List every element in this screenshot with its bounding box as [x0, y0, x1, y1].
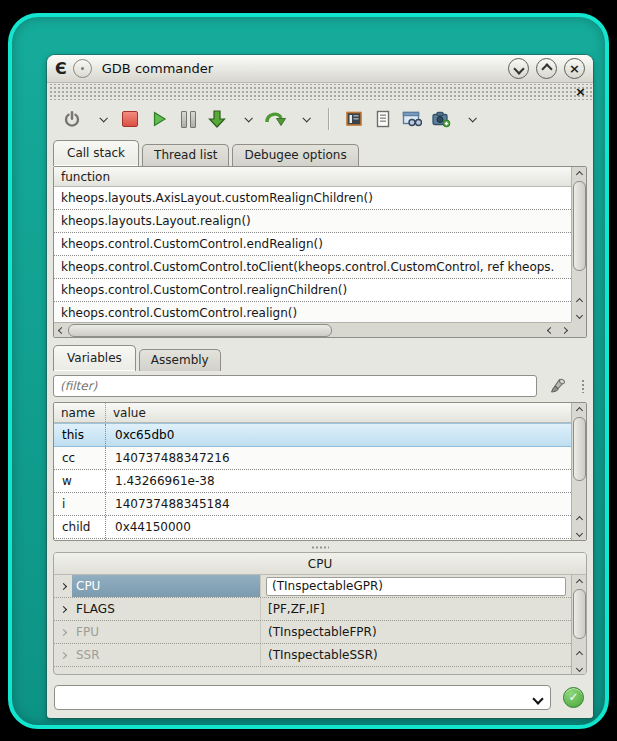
run-button[interactable]	[148, 106, 170, 132]
stack-frame-row[interactable]: kheops.control.CustomControl.realignChil…	[54, 279, 571, 302]
watch-window-icon	[402, 110, 422, 128]
dock-handle[interactable]: ×	[48, 84, 592, 100]
scroll-up-button[interactable]	[572, 167, 586, 181]
stack-frame-row[interactable]: kheops.control.CustomControl.realign()	[54, 302, 571, 322]
variable-row[interactable]: cc 140737488347216	[54, 447, 571, 470]
step-into-dropdown-button[interactable]	[235, 106, 257, 132]
column-value[interactable]: value	[106, 403, 153, 422]
cpu-group-title: CPU	[54, 553, 586, 575]
splitter-grip-icon	[311, 546, 329, 549]
scroll-up-button[interactable]	[572, 575, 586, 589]
callstack-vertical-scrollbar[interactable]	[571, 167, 586, 322]
variable-row[interactable]: b 1.43266961e-38	[54, 539, 571, 540]
snapshot-dropdown-button[interactable]	[459, 106, 481, 132]
chevron-down-icon	[302, 114, 310, 122]
column-function[interactable]: function	[54, 167, 117, 186]
variables-vertical-scrollbar[interactable]	[571, 403, 586, 540]
panel-splitter-handle[interactable]	[581, 379, 585, 393]
scroll-right-button[interactable]	[557, 323, 571, 337]
scrollbar-thumb[interactable]	[68, 324, 332, 337]
scroll-left-button[interactable]	[54, 323, 68, 337]
cpu-groupbox: CPU CPU (TInspectableGPR) FLAGS [PF,ZF,I…	[53, 552, 587, 675]
scroll-up-button[interactable]	[572, 647, 586, 661]
titlebar[interactable]: Є GDB commander ×	[47, 55, 593, 83]
tab-thread-list[interactable]: Thread list	[142, 144, 229, 166]
scroll-left-button[interactable]	[543, 323, 557, 337]
variable-row[interactable]: w 1.43266961e-38	[54, 470, 571, 493]
watch-window-button[interactable]	[401, 106, 423, 132]
step-over-dropdown-button[interactable]	[293, 106, 315, 132]
register-row[interactable]: CPU (TInspectableGPR)	[54, 575, 571, 598]
variable-value: 1.43266961e-38	[106, 539, 571, 540]
scroll-up-button[interactable]	[572, 403, 586, 417]
shade-button[interactable]	[508, 58, 529, 79]
scroll-down-button[interactable]	[572, 526, 586, 540]
register-row[interactable]: FLAGS [PF,ZF,IF]	[54, 598, 571, 621]
stack-frame-row[interactable]: kheops.layouts.Layout.realign()	[54, 210, 571, 233]
filter-input[interactable]	[53, 375, 537, 397]
tab-call-stack[interactable]: Call stack	[53, 140, 139, 166]
tab-variables[interactable]: Variables	[53, 345, 136, 371]
step-into-button[interactable]	[206, 106, 228, 132]
variable-row[interactable]: child 0x44150000	[54, 516, 571, 539]
scrollbar-thumb[interactable]	[573, 589, 586, 639]
cpu-inspector-button[interactable]	[343, 106, 365, 132]
cpu-vertical-scrollbar[interactable]	[571, 575, 586, 675]
screen-background: Є GDB commander × ×	[0, 0, 617, 741]
variable-row[interactable]: this 0xc65db0	[54, 423, 571, 447]
scroll-down-button[interactable]	[572, 661, 586, 675]
dock-close-icon[interactable]: ×	[575, 84, 586, 99]
scroll-down-button[interactable]	[572, 308, 586, 322]
register-name[interactable]: FLAGS	[72, 598, 260, 620]
scroll-up-button[interactable]	[572, 512, 586, 526]
tab-debugee-options[interactable]: Debugee options	[232, 144, 358, 166]
unshade-button[interactable]	[536, 58, 557, 79]
expand-arrow-icon[interactable]	[54, 653, 72, 658]
submit-command-button[interactable]: ✓	[563, 687, 584, 708]
step-over-icon	[264, 109, 286, 129]
stack-frame-row[interactable]: kheops.control.CustomControl.endRealign(…	[54, 233, 571, 256]
stack-frame-row[interactable]: kheops.layouts.AxisLayout.customRealignC…	[54, 187, 571, 210]
window-title: GDB commander	[102, 61, 213, 76]
window-menu-button[interactable]	[73, 59, 92, 78]
stack-frame-row[interactable]: kheops.control.CustomControl.toClient(kh…	[54, 256, 571, 279]
check-icon: ✓	[568, 690, 578, 704]
plugin-frame: Є GDB commander × ×	[8, 13, 609, 729]
register-name[interactable]: FPU	[72, 621, 260, 643]
horizontal-splitter[interactable]	[53, 544, 587, 551]
column-name[interactable]: name	[54, 403, 106, 422]
register-name[interactable]: SSR	[72, 644, 260, 666]
close-button[interactable]: ×	[564, 58, 585, 79]
power-dropdown-button[interactable]	[90, 106, 112, 132]
play-icon	[150, 110, 168, 128]
scrollbar-thumb[interactable]	[573, 181, 586, 271]
callstack-horizontal-scrollbar[interactable]	[54, 322, 571, 337]
power-button[interactable]	[61, 106, 83, 132]
variable-name: i	[54, 493, 106, 515]
callstack-panel: function kheops.layouts.AxisLayout.custo…	[53, 166, 587, 338]
output-log-button[interactable]	[372, 106, 394, 132]
pause-button[interactable]	[177, 106, 199, 132]
expand-arrow-icon[interactable]	[54, 584, 72, 589]
step-over-button[interactable]	[264, 106, 286, 132]
register-name[interactable]: CPU	[72, 575, 260, 597]
snapshot-button[interactable]	[430, 106, 452, 132]
register-row[interactable]: FPU (TInspectableFPR)	[54, 621, 571, 644]
expand-arrow-icon[interactable]	[54, 607, 72, 612]
clear-filter-button[interactable]	[549, 376, 569, 396]
expand-arrow-icon[interactable]	[54, 630, 72, 635]
variable-name: b	[54, 539, 106, 540]
command-combobox[interactable]	[54, 685, 551, 710]
document-icon	[374, 110, 392, 128]
variable-value: 1.43266961e-38	[106, 470, 571, 492]
scrollbar-thumb[interactable]	[573, 417, 586, 481]
register-value-field[interactable]: (TInspectableGPR)	[266, 577, 566, 596]
variable-row[interactable]: i 140737488345184	[54, 493, 571, 516]
scroll-up-button[interactable]	[572, 294, 586, 308]
callstack-header: function	[54, 167, 571, 187]
register-row[interactable]: SSR (TInspectableSSR)	[54, 644, 571, 667]
tab-assembly[interactable]: Assembly	[139, 349, 221, 371]
variable-value: 140737488345184	[106, 493, 571, 515]
combobox-dropdown-button[interactable]	[534, 688, 542, 707]
stop-button[interactable]	[119, 106, 141, 132]
